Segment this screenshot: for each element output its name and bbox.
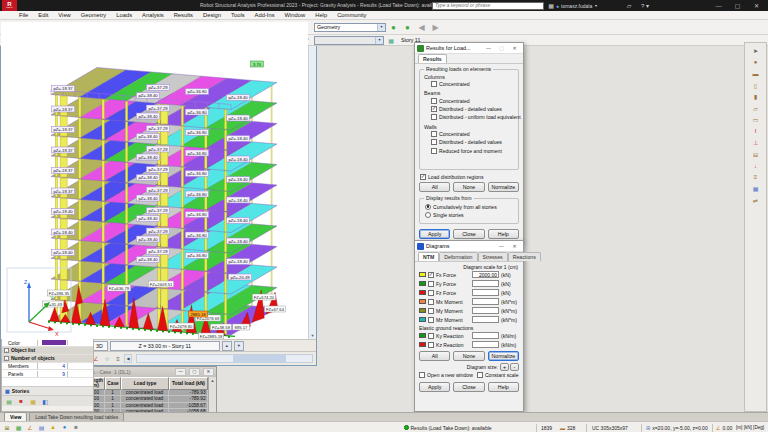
diagrams-close-icon[interactable]: ✕: [508, 242, 521, 251]
check-beams-concentrated[interactable]: Concentrated: [420, 96, 518, 104]
diagram-scale-input[interactable]: [472, 307, 499, 314]
diagram-scale-input[interactable]: [472, 316, 499, 323]
table-close-icon[interactable]: ✕: [203, 368, 214, 376]
prop-value[interactable]: 9: [38, 371, 68, 377]
checkbox-icon[interactable]: [431, 114, 437, 120]
close-button[interactable]: ✕: [747, 0, 766, 11]
warning-status-icon[interactable]: ▲: [48, 423, 58, 432]
section-tool-icon[interactable]: I: [751, 127, 761, 136]
menu-help[interactable]: Help: [310, 12, 332, 18]
zoom-all-icon[interactable]: ○: [102, 354, 112, 363]
menu-view[interactable]: View: [53, 12, 75, 18]
checkbox-icon[interactable]: [428, 308, 434, 314]
diagrams-tab-ntm[interactable]: NTM: [418, 252, 439, 261]
diagrams-tab-reactions[interactable]: Reactions: [508, 252, 541, 261]
button-none[interactable]: None: [453, 182, 484, 192]
check-walls-reduced-force-and-moment[interactable]: Reduced force and moment: [420, 146, 518, 154]
checkbox-icon[interactable]: [431, 148, 437, 154]
button-help[interactable]: Help: [488, 229, 519, 239]
prop-value[interactable]: 4: [38, 363, 68, 369]
menu-community[interactable]: Community: [332, 12, 371, 18]
view-vertical-scrollbar[interactable]: ▲▼: [308, 22, 316, 339]
menu-design[interactable]: Design: [198, 12, 226, 18]
expander-icon[interactable]: -: [4, 348, 9, 353]
diagrams-tab-deformation[interactable]: Deformation: [439, 252, 477, 261]
column-header-case[interactable]: Case: [105, 377, 121, 390]
diagram-scale-input[interactable]: [472, 341, 499, 348]
colors-icon[interactable]: ■: [16, 397, 26, 406]
stories-bottom-tab[interactable]: ▦ Stories: [2, 387, 93, 396]
table-minimize-icon[interactable]: —: [175, 368, 186, 376]
help-menu-icon[interactable]: ? ▾: [638, 0, 652, 11]
checkbox-icon[interactable]: [431, 139, 437, 145]
opening-tool-icon[interactable]: ▭: [751, 115, 761, 124]
tab-results[interactable]: Results: [418, 54, 447, 63]
layout-selector-combo[interactable]: Geometry▼: [314, 23, 386, 32]
wall-tool-icon[interactable]: ▯: [751, 81, 761, 90]
check-walls-distributed-detailed-values[interactable]: Distributed - detailed values: [420, 138, 518, 146]
diagrams-tab-stresses[interactable]: Stresses: [478, 252, 508, 261]
expander-icon[interactable]: -: [4, 356, 9, 361]
diagrams-button-all[interactable]: All: [419, 351, 450, 361]
diagram-size-plus-button[interactable]: +: [500, 363, 509, 371]
diagram-scale-input[interactable]: [472, 289, 499, 296]
diagrams-button2-help[interactable]: Help: [488, 382, 519, 392]
menu-results[interactable]: Results: [169, 12, 198, 18]
diagram-size-minus-button[interactable]: -: [510, 363, 519, 371]
checkbox-icon[interactable]: [428, 317, 434, 323]
check-beams-distributed-detailed-values[interactable]: ✓Distributed - detailed values: [420, 105, 518, 113]
diagrams-button2-apply[interactable]: Apply: [419, 382, 450, 392]
checkbox-icon[interactable]: [431, 81, 437, 87]
menu-analysis[interactable]: Analysis: [137, 12, 169, 18]
units-display[interactable]: [m] [kN] [Deg]: [736, 422, 764, 432]
column-header-total-load-kn[interactable]: Total load (kN): [169, 377, 208, 390]
button-all[interactable]: All: [419, 182, 450, 192]
search-input[interactable]: [432, 2, 544, 10]
node-tool-icon[interactable]: ●: [751, 58, 761, 67]
props-section-object-list[interactable]: -Object list: [2, 347, 93, 355]
minimize-button[interactable]: —: [709, 0, 728, 11]
diagram-scale-input[interactable]: [472, 298, 499, 305]
results-close-icon[interactable]: ✕: [508, 44, 521, 53]
check-constant-scale[interactable]: Constant scale: [477, 371, 519, 379]
model-canvas[interactable]: pZ=-18.40pZ=-38.40pZ=-37.29pZ=-36.80pZ=-…: [1, 22, 308, 339]
story-up-button[interactable]: ▲: [222, 341, 232, 351]
checkbox-icon[interactable]: [428, 333, 434, 339]
grid-status-icon[interactable]: ▦: [14, 423, 24, 432]
menu-tools[interactable]: Tools: [226, 12, 250, 18]
menu-window[interactable]: Window: [280, 12, 311, 18]
menu-add-ins[interactable]: Add-Ins: [250, 12, 280, 18]
diagrams-dialog-title-bar[interactable]: Diagrams — ✕: [415, 241, 523, 252]
check-walls-concentrated[interactable]: Concentrated: [420, 130, 518, 138]
radio-icon[interactable]: [425, 212, 431, 218]
user-menu[interactable]: ● tomasz.fudala ▼: [556, 0, 598, 11]
menu-edit[interactable]: Edit: [33, 12, 53, 18]
diagrams-minimize-icon[interactable]: —: [495, 242, 508, 251]
props-row-panels[interactable]: Panels9: [2, 370, 93, 378]
radio-icon[interactable]: [425, 204, 431, 210]
diagram-scale-input[interactable]: [472, 332, 499, 339]
menu-file[interactable]: File: [14, 12, 33, 18]
props-section-number-of-objects[interactable]: -Number of objects: [2, 355, 93, 363]
checkbox-icon[interactable]: [428, 290, 434, 296]
menu-geometry[interactable]: Geometry: [76, 12, 111, 18]
checkbox-icon[interactable]: [431, 131, 437, 137]
table-tool-icon[interactable]: ▦: [751, 184, 761, 193]
attributes-display-icon[interactable]: ≡: [113, 354, 123, 363]
doc-tab-view[interactable]: View: [4, 412, 27, 421]
results-minimize-icon[interactable]: —: [482, 44, 495, 53]
checkbox-icon[interactable]: [428, 299, 434, 305]
column-header-load-type[interactable]: Load type: [121, 377, 169, 390]
release-tool-icon[interactable]: ⊟: [751, 150, 761, 159]
expert-mode-icon[interactable]: ●: [401, 21, 414, 34]
story-down-button[interactable]: ▼: [234, 341, 244, 351]
layers-status-icon[interactable]: ▤: [37, 423, 47, 432]
story-tool-icon[interactable]: ≡: [751, 173, 761, 182]
diagrams-button-none[interactable]: None: [453, 351, 484, 361]
cart-icon[interactable]: ▱: [624, 0, 634, 11]
checkbox-icon[interactable]: ✓: [431, 106, 437, 112]
button-close[interactable]: Close: [453, 229, 484, 239]
story-table-icon[interactable]: ▦: [28, 397, 38, 406]
radio-single-stories[interactable]: Single stories: [420, 211, 518, 219]
story-level-indicator[interactable]: Z = 33.00 m - Story 11: [110, 341, 220, 351]
